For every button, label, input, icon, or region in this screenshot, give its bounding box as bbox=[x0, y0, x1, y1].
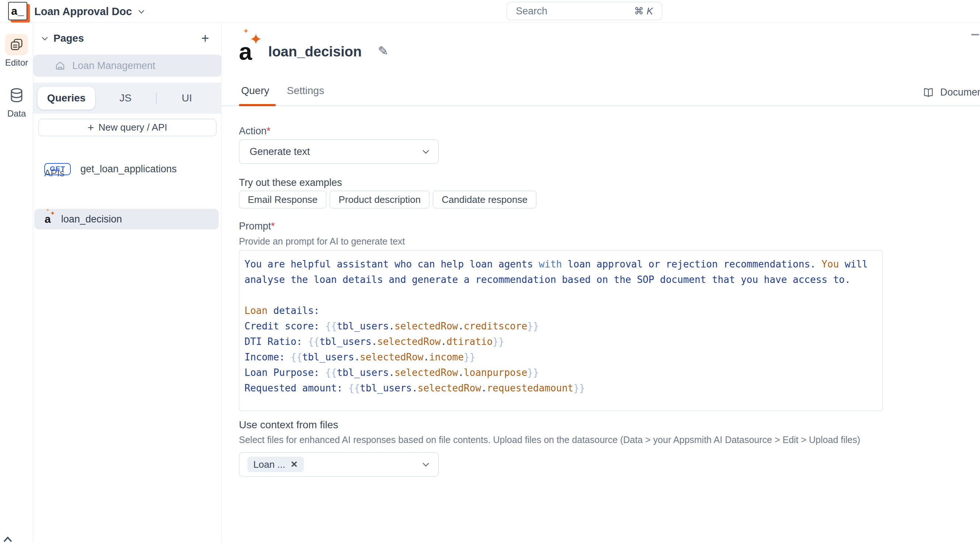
context-files-multiselect[interactable]: Loan ... ✕ bbox=[239, 452, 439, 477]
example-button-candidate[interactable]: Candidate response bbox=[433, 191, 536, 209]
database-icon bbox=[5, 85, 28, 106]
action-select-value: Generate text bbox=[250, 146, 310, 158]
topbar: a_ Loan Approval Doc Search ⌘ K bbox=[0, 0, 980, 23]
example-button-email[interactable]: Email Response bbox=[239, 191, 326, 209]
app-screen: a_ Loan Approval Doc Search ⌘ K Editor bbox=[0, 0, 980, 543]
new-query-label: New query / API bbox=[99, 122, 167, 133]
search-shortcut: ⌘ K bbox=[634, 6, 653, 17]
http-method-badge: GET bbox=[44, 163, 71, 175]
left-rail: Editor Data bbox=[0, 23, 33, 543]
chevron-down-icon bbox=[423, 148, 429, 154]
ai-sparkle-icon: a ✦ ✦ bbox=[45, 213, 51, 225]
action-label: Action* bbox=[239, 126, 270, 137]
rail-label-data: Data bbox=[0, 108, 33, 119]
sidebar-item-page[interactable]: Loan Management bbox=[33, 54, 221, 77]
main-panel: a ✦ ✦ loan_decision ✎ Query Settings Doc… bbox=[221, 23, 980, 543]
pages-title: Pages bbox=[54, 32, 201, 44]
rail-item-data[interactable]: Data bbox=[0, 85, 33, 119]
home-icon bbox=[54, 60, 66, 71]
code-line: Loan details: bbox=[245, 303, 882, 318]
active-tab-underline bbox=[239, 104, 276, 106]
prompt-label: Prompt* bbox=[239, 221, 275, 232]
new-query-button[interactable]: + New query / API bbox=[38, 119, 216, 136]
tab-queries[interactable]: Queries bbox=[38, 87, 95, 110]
code-line: analyse the loan details and generate a … bbox=[245, 272, 882, 287]
book-icon bbox=[923, 87, 934, 98]
selected-file-chip: Loan ... ✕ bbox=[247, 457, 304, 472]
prompt-helper-text: Provide an prompt for AI to generate tex… bbox=[239, 236, 405, 247]
command-icon: ⌘ bbox=[634, 6, 644, 17]
documentation-label: Documentation bbox=[940, 87, 980, 98]
code-line: Loan Purpose: {{tbl_users.selectedRow.lo… bbox=[245, 365, 882, 380]
documentation-link[interactable]: Documentation bbox=[923, 87, 980, 98]
chevron-down-icon bbox=[138, 7, 145, 13]
rail-label-editor: Editor bbox=[0, 57, 33, 68]
chevron-up-icon-partial[interactable] bbox=[3, 536, 13, 543]
collapse-chevron-icon[interactable] bbox=[42, 34, 48, 40]
tab-js[interactable]: JS bbox=[95, 92, 156, 104]
search-placeholder: Search bbox=[516, 6, 634, 17]
prompt-code-editor[interactable]: You are helpful assistant who can help l… bbox=[239, 250, 883, 411]
pages-header: Pages + bbox=[33, 28, 221, 49]
code-line: You are helpful assistant who can help l… bbox=[245, 256, 882, 272]
ai-sparkle-icon: a ✦ ✦ bbox=[239, 40, 252, 64]
context-files-label: Use context from files bbox=[239, 419, 338, 431]
required-asterisk: * bbox=[267, 126, 270, 137]
examples-row: Email Response Product description Candi… bbox=[239, 191, 536, 209]
chevron-down-icon bbox=[423, 460, 429, 467]
sidebar-item-query[interactable]: a ✦ ✦ loan_decision bbox=[34, 209, 219, 229]
code-line: DTI Ratio: {{tbl_users.selectedRow.dtira… bbox=[245, 334, 882, 349]
page-item-label: Loan Management bbox=[72, 60, 155, 72]
sidebar-item-api[interactable]: GET get_loan_applications bbox=[33, 159, 221, 179]
code-line: Income: {{tbl_users.selectedRow.income}} bbox=[245, 349, 882, 365]
app-title: Loan Approval Doc bbox=[34, 6, 132, 18]
add-page-button[interactable]: + bbox=[201, 32, 209, 45]
editor-pages-icon bbox=[5, 34, 28, 55]
example-button-product[interactable]: Product description bbox=[329, 191, 430, 209]
examples-label: Try out these examples bbox=[239, 177, 342, 188]
context-files-helper: Select files for enhanced AI responses b… bbox=[239, 435, 860, 445]
edit-pencil-icon[interactable]: ✎ bbox=[378, 43, 388, 58]
query-title-row: a ✦ ✦ loan_decision ✎ bbox=[239, 36, 388, 67]
code-line bbox=[245, 287, 882, 303]
sidebar-segmented-control: Queries JS UI bbox=[33, 83, 221, 114]
search-input[interactable]: Search ⌘ K bbox=[507, 2, 662, 20]
sidebar: Pages + Loan Management Queries JS UI + … bbox=[33, 23, 221, 543]
code-line: Credit score: {{tbl_users.selectedRow.cr… bbox=[245, 318, 882, 334]
truncated-toolbar-icon[interactable] bbox=[971, 34, 979, 35]
remove-file-icon[interactable]: ✕ bbox=[291, 459, 298, 470]
query-name: loan_decision bbox=[61, 213, 122, 225]
file-chip-label: Loan ... bbox=[253, 459, 285, 470]
app-title-menu[interactable]: Loan Approval Doc bbox=[34, 0, 143, 23]
tab-ui[interactable]: UI bbox=[157, 92, 218, 104]
required-asterisk: * bbox=[271, 221, 275, 232]
tab-query[interactable]: Query bbox=[241, 85, 269, 97]
code-line: Requested amount: {{tbl_users.selectedRo… bbox=[245, 380, 882, 396]
rail-item-editor[interactable]: Editor bbox=[0, 34, 33, 68]
action-select[interactable]: Generate text bbox=[239, 139, 439, 164]
tab-settings[interactable]: Settings bbox=[287, 85, 324, 97]
appsmith-logo[interactable]: a_ bbox=[8, 2, 27, 20]
api-name: get_loan_applications bbox=[80, 163, 177, 175]
page-title: loan_decision bbox=[269, 44, 362, 60]
query-tabs: Query Settings Documentation bbox=[221, 77, 980, 106]
plus-icon: + bbox=[88, 122, 94, 133]
